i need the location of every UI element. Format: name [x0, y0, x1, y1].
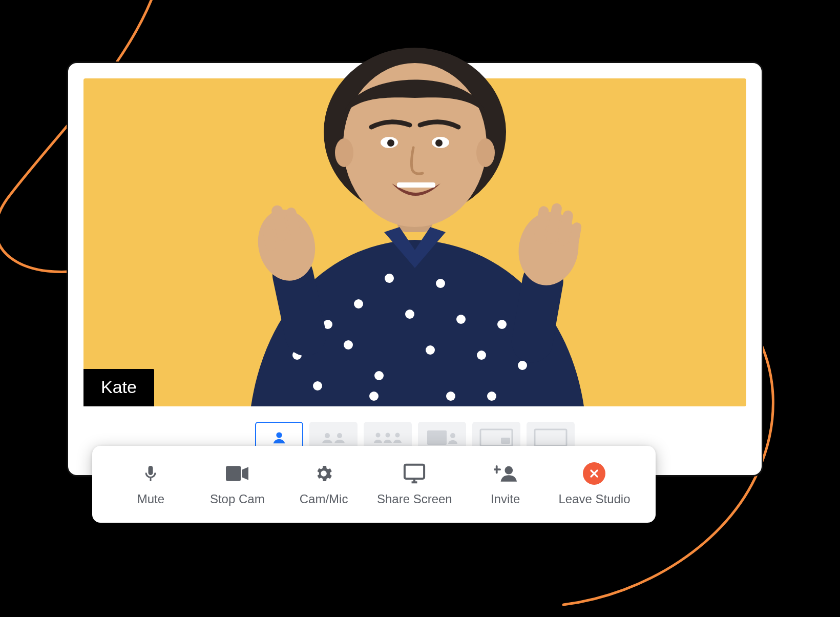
cam-mic-label: Cam/Mic [300, 492, 348, 506]
svg-point-14 [354, 299, 363, 309]
stop-cam-button[interactable]: Stop Cam [204, 462, 270, 506]
gear-icon [312, 462, 335, 485]
svg-point-22 [477, 351, 486, 360]
svg-rect-32 [285, 207, 302, 239]
svg-rect-8 [397, 182, 435, 188]
camera-icon [226, 462, 248, 485]
svg-rect-33 [262, 224, 277, 252]
svg-point-24 [518, 361, 527, 370]
svg-point-10 [476, 138, 495, 167]
mute-label: Mute [137, 492, 164, 506]
leave-studio-button[interactable]: Leave Studio [558, 462, 630, 506]
close-icon [583, 462, 605, 485]
invite-label: Invite [491, 492, 520, 506]
screen-share-icon [403, 462, 426, 485]
share-screen-label: Share Screen [377, 492, 452, 506]
studio-window: Kate [67, 61, 763, 477]
stop-cam-label: Stop Cam [210, 492, 265, 506]
svg-point-42 [337, 433, 342, 438]
participant-name-tag: Kate [83, 369, 154, 406]
svg-rect-53 [405, 465, 424, 479]
svg-point-7 [435, 139, 443, 147]
cam-mic-button[interactable]: Cam/Mic [290, 462, 357, 506]
svg-rect-36 [533, 205, 550, 242]
leave-label: Leave Studio [558, 492, 630, 506]
svg-point-16 [374, 371, 384, 380]
svg-point-40 [276, 432, 282, 438]
invite-button[interactable]: Invite [472, 462, 539, 506]
svg-point-18 [405, 310, 414, 319]
svg-point-30 [251, 204, 322, 286]
svg-point-4 [381, 137, 398, 148]
svg-rect-46 [427, 430, 447, 445]
svg-point-23 [497, 320, 507, 329]
svg-point-26 [369, 392, 379, 401]
participant-name: Kate [101, 377, 137, 397]
presenter-video [164, 37, 666, 406]
svg-point-15 [344, 340, 353, 349]
svg-point-47 [450, 433, 455, 438]
svg-rect-52 [226, 466, 241, 481]
svg-point-9 [335, 138, 353, 167]
svg-point-45 [395, 433, 400, 438]
video-stage: Kate [83, 78, 746, 406]
svg-point-19 [426, 345, 435, 355]
svg-point-11 [292, 351, 302, 360]
svg-point-1 [324, 48, 506, 217]
svg-rect-31 [270, 204, 289, 242]
svg-rect-38 [558, 210, 574, 246]
svg-point-20 [436, 279, 445, 288]
svg-point-27 [446, 392, 455, 401]
mute-button[interactable]: Mute [117, 462, 184, 506]
svg-point-21 [456, 315, 466, 324]
svg-point-43 [376, 433, 381, 438]
svg-point-41 [325, 433, 330, 438]
svg-point-3 [343, 63, 487, 227]
svg-rect-34 [509, 258, 567, 366]
mic-icon [139, 462, 162, 485]
svg-rect-50 [535, 429, 566, 446]
svg-point-5 [387, 139, 394, 147]
svg-point-25 [533, 330, 542, 339]
svg-point-13 [313, 381, 322, 390]
svg-point-17 [385, 274, 394, 283]
svg-rect-39 [568, 222, 582, 251]
svg-rect-29 [269, 251, 330, 360]
invite-icon [494, 462, 517, 485]
svg-point-6 [432, 137, 449, 148]
svg-point-12 [323, 320, 332, 329]
svg-rect-37 [545, 202, 563, 244]
svg-point-56 [505, 466, 513, 475]
svg-point-35 [513, 207, 584, 290]
svg-rect-51 [150, 478, 152, 481]
share-screen-button[interactable]: Share Screen [377, 462, 452, 506]
svg-point-44 [386, 433, 390, 438]
svg-point-28 [487, 392, 496, 401]
svg-rect-49 [501, 438, 510, 444]
control-bar: Mute Stop Cam Cam/Mic Share Screen Invit… [92, 446, 656, 523]
svg-rect-2 [397, 191, 433, 232]
